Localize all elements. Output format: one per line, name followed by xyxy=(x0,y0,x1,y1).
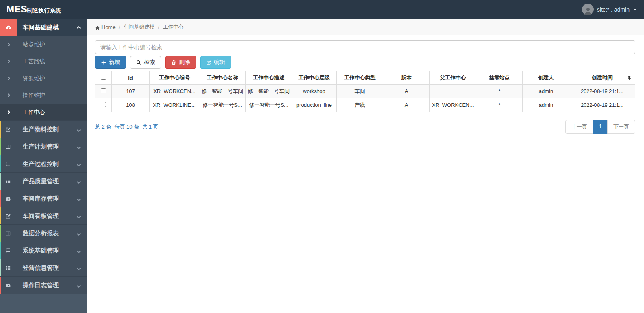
edit-icon xyxy=(0,207,17,224)
brand-mes: MES xyxy=(6,4,27,15)
cell-station: * xyxy=(476,98,523,112)
sidebar-parent-items: 生产物料控制 生产计划管理 生产过程控制 产品质量管理 xyxy=(0,121,87,294)
add-button[interactable]: 新增 xyxy=(95,56,126,69)
sidebar-subitem-label: 工艺路线 xyxy=(17,58,87,65)
cell-desc: 修一智能一号车间 xyxy=(246,85,292,98)
cell-created: 2022-08-19 21:1... xyxy=(569,85,635,98)
cell-type: 产线 xyxy=(337,98,383,112)
sidebar-subitem-station[interactable]: 站点维护 xyxy=(0,36,87,53)
col-header-station[interactable]: 挂靠站点 xyxy=(476,71,523,85)
sidebar-item-analytics-reports[interactable]: 数据分析报表 xyxy=(0,225,87,242)
col-header-desc[interactable]: 工作中心描述 xyxy=(246,71,292,85)
col-header-type[interactable]: 工作中心类型 xyxy=(337,71,383,85)
sidebar-item-label: 数据分析报表 xyxy=(17,230,77,237)
sidebar: 车间基础建模 站点维护 工艺路线 资源维护 操作维护 xyxy=(0,19,87,313)
sidebar-item-plan-management[interactable]: 生产计划管理 xyxy=(0,138,87,155)
edit-icon xyxy=(206,60,211,65)
breadcrumb-item-current: 工作中心 xyxy=(163,23,184,31)
pagination-summary: 总 2 条 每页 10 条 共 1 页 xyxy=(95,123,159,131)
search-input[interactable] xyxy=(95,40,635,54)
sidebar-item-label: 生产过程控制 xyxy=(17,160,77,168)
sidebar-item-label: 生产计划管理 xyxy=(17,143,77,151)
plus-icon xyxy=(101,60,106,65)
chevron-down-icon xyxy=(77,143,87,150)
sidebar-subitem-label: 工作中心 xyxy=(17,109,87,116)
pagination: 上一页 1 下一页 xyxy=(565,120,635,134)
sidebar-item-label: 车间库存管理 xyxy=(17,195,77,203)
chevron-down-icon xyxy=(77,160,87,168)
sidebar-subitem-label: 操作维护 xyxy=(17,92,87,99)
col-header-parent[interactable]: 父工作中心 xyxy=(430,71,476,85)
chevron-down-icon xyxy=(77,212,87,220)
row-checkbox[interactable] xyxy=(101,88,106,93)
angle-right-icon xyxy=(0,36,17,53)
cell-version: A xyxy=(383,85,430,98)
chevron-down-icon xyxy=(77,195,87,202)
cell-level: production_line xyxy=(292,98,337,112)
sidebar-item-operation-log-management[interactable]: 操作日志管理 xyxy=(0,277,87,294)
sidebar-subitem-operation[interactable]: 操作维护 xyxy=(0,87,87,104)
chevron-down-icon xyxy=(77,264,87,272)
prev-page-button[interactable]: 上一页 xyxy=(565,120,593,134)
list-icon xyxy=(0,259,17,276)
sidebar-item-material-control[interactable]: 生产物料控制 xyxy=(0,121,87,138)
row-checkbox[interactable] xyxy=(101,102,106,107)
cell-code: XR_WORKCEN... xyxy=(150,85,199,98)
sidebar-subitem-routing[interactable]: 工艺路线 xyxy=(0,53,87,70)
search-button[interactable]: 检索 xyxy=(130,56,161,69)
chevron-down-icon xyxy=(77,282,87,289)
mes-app: MES制造执行系统 site:* , admin 车间基础建模 站点 xyxy=(0,0,644,313)
edit-button[interactable]: 编辑 xyxy=(200,56,231,69)
total-count: 总 2 条 xyxy=(95,123,111,131)
sidebar-item-label: 操作日志管理 xyxy=(17,282,77,289)
next-page-button[interactable]: 下一页 xyxy=(607,120,635,134)
user-menu[interactable]: site:* , admin xyxy=(582,4,637,15)
user-label: site:* , admin xyxy=(597,6,630,13)
select-all-cell xyxy=(95,71,112,85)
col-header-version[interactable]: 版本 xyxy=(383,71,430,85)
sidebar-item-system-management[interactable]: 系统基础管理 xyxy=(0,242,87,259)
columns-icon xyxy=(0,225,17,242)
sidebar-subitem-resource[interactable]: 资源维护 xyxy=(0,70,87,87)
cell-type: 车间 xyxy=(337,85,383,98)
chevron-down-icon xyxy=(77,178,87,185)
breadcrumb-home-link[interactable]: Home xyxy=(95,24,116,30)
table-row[interactable]: 108 XR_WORKLINE... 修一智能一号S... 修一智能一号S...… xyxy=(95,98,635,112)
cell-desc: 修一智能一号S... xyxy=(246,98,292,112)
col-header-id[interactable]: id xyxy=(112,71,150,85)
user-avatar xyxy=(582,4,594,15)
search-icon xyxy=(136,60,141,65)
sidebar-item-label: 生产物料控制 xyxy=(17,126,77,133)
edit-icon xyxy=(0,121,17,138)
col-header-name[interactable]: 工作中心名称 xyxy=(199,71,246,85)
page-1-button[interactable]: 1 xyxy=(593,120,608,134)
table-header-row: id 工作中心编号 工作中心名称 工作中心描述 工作中心层级 工作中心类型 版本… xyxy=(95,71,635,85)
col-header-level[interactable]: 工作中心层级 xyxy=(292,71,337,85)
breadcrumb-separator: / xyxy=(119,24,120,30)
sidebar-item-inventory-management[interactable]: 车间库存管理 xyxy=(0,190,87,207)
col-header-code[interactable]: 工作中心编号 xyxy=(150,71,199,85)
cell-version: A xyxy=(383,98,430,112)
sidebar-item-label: 登陆信息管理 xyxy=(17,264,77,272)
sidebar-item-label: 产品质量管理 xyxy=(17,178,77,185)
trash-icon xyxy=(171,60,176,65)
col-header-created[interactable]: 创建时间 xyxy=(569,71,635,85)
sidebar-item-process-control[interactable]: 生产过程控制 xyxy=(0,155,87,173)
cell-id: 108 xyxy=(112,98,150,112)
sidebar-subitem-workcenter[interactable]: 工作中心 xyxy=(0,104,87,121)
caret-down-icon xyxy=(634,9,637,10)
cell-created: 2022-08-19 21:1... xyxy=(569,98,635,112)
table-row[interactable]: 107 XR_WORKCEN... 修一智能一号车间 修一智能一号车间 work… xyxy=(95,85,635,98)
sidebar-item-workshop-modeling[interactable]: 车间基础建模 xyxy=(0,19,87,36)
col-header-creator[interactable]: 创建人 xyxy=(523,71,569,85)
sidebar-item-quality-management[interactable]: 产品质量管理 xyxy=(0,173,87,190)
app-logo: MES制造执行系统 xyxy=(6,4,61,15)
chevron-up-icon xyxy=(77,24,87,31)
select-all-checkbox[interactable] xyxy=(101,75,106,80)
chevron-down-icon xyxy=(77,126,87,133)
sidebar-item-kanban-management[interactable]: 车间看板管理 xyxy=(0,207,87,225)
delete-button[interactable]: 删除 xyxy=(165,56,196,69)
columns-icon xyxy=(0,138,17,155)
sidebar-item-login-info-management[interactable]: 登陆信息管理 xyxy=(0,259,87,277)
angle-right-icon xyxy=(0,104,17,120)
